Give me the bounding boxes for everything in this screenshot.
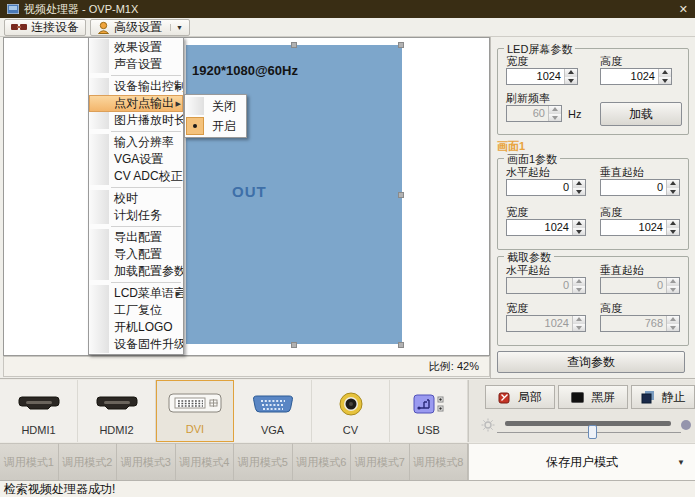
menu-item-15[interactable]: 导入配置 bbox=[89, 246, 183, 263]
menu-item-label: 输入分辨率 bbox=[109, 134, 174, 151]
pic-height-spinner[interactable]: 1024 bbox=[600, 219, 680, 236]
recall-mode-button-1[interactable]: 调用模式1 bbox=[0, 443, 59, 481]
menu-item-label: 效果设置 bbox=[109, 39, 162, 56]
connect-device-button[interactable]: 连接设备 bbox=[4, 19, 86, 36]
led-height-spinner[interactable]: 1024 bbox=[600, 68, 672, 85]
radio-selected-icon bbox=[186, 117, 204, 135]
menu-item-1[interactable]: 声音设置 bbox=[89, 56, 183, 73]
output-window-rect[interactable]: 1920*1080@60Hz OUT bbox=[186, 45, 402, 344]
resize-handle-top-right[interactable] bbox=[398, 42, 404, 48]
menu-item-7[interactable]: 输入分辨率 bbox=[89, 134, 183, 151]
pic-width-spinner[interactable]: 1024 bbox=[506, 219, 586, 236]
spinner-arrows-icon[interactable] bbox=[658, 69, 671, 84]
menu-item-14[interactable]: 导出配置 bbox=[89, 229, 183, 246]
recall-mode-button-6[interactable]: 调用模式6 bbox=[293, 443, 352, 481]
spinner-arrows-icon[interactable] bbox=[666, 220, 679, 235]
close-icon[interactable]: ✕ bbox=[679, 3, 688, 16]
save-user-mode-button[interactable]: 保存用户模式 ▼ bbox=[468, 443, 695, 481]
menu-item-21[interactable]: 设备固件升级 bbox=[89, 336, 183, 353]
recall-mode-button-5[interactable]: 调用模式5 bbox=[234, 443, 293, 481]
brightness-slider-thumb[interactable] bbox=[588, 425, 597, 439]
input-hdmi1[interactable]: HDMI1 bbox=[0, 380, 78, 442]
advanced-settings-button[interactable]: 高级设置 ▼ bbox=[90, 19, 190, 36]
input-dvi[interactable]: DVI bbox=[156, 380, 234, 442]
cap-vstart-spinner: 0 bbox=[600, 277, 680, 294]
spinner-arrows-icon[interactable] bbox=[572, 180, 585, 195]
chevron-down-icon[interactable]: ▼ bbox=[170, 24, 183, 31]
usb-icon bbox=[412, 389, 446, 419]
recall-mode-bar: 调用模式1调用模式2调用模式3调用模式4调用模式5调用模式6调用模式7调用模式8 bbox=[0, 443, 468, 481]
black-screen-button[interactable]: 黑屏 bbox=[558, 385, 628, 409]
submenu-item-on[interactable]: 开启 bbox=[186, 116, 245, 136]
menu-item-gutter bbox=[89, 285, 109, 302]
menu-item-5[interactable]: 图片播放时长 bbox=[89, 112, 183, 129]
refresh-rate-label: 刷新频率 bbox=[506, 91, 550, 106]
submenu-arrow-icon: ▶ bbox=[176, 83, 181, 91]
pic-height-label: 高度 bbox=[600, 205, 622, 220]
load-button[interactable]: 加载 bbox=[600, 102, 682, 126]
menu-item-gutter bbox=[89, 190, 109, 207]
partial-button[interactable]: 局部 bbox=[485, 385, 555, 409]
preview-canvas[interactable]: 1920*1080@60Hz OUT bbox=[3, 37, 490, 356]
advanced-settings-label: 高级设置 bbox=[114, 19, 162, 36]
menu-item-gutter bbox=[89, 246, 109, 263]
menu-item-0[interactable]: 效果设置 bbox=[89, 39, 183, 56]
recall-mode-button-3[interactable]: 调用模式3 bbox=[117, 443, 176, 481]
recall-mode-button-8[interactable]: 调用模式8 bbox=[410, 443, 469, 481]
spinner-arrows-icon[interactable] bbox=[666, 180, 679, 195]
cap-hstart-spinner: 0 bbox=[506, 277, 586, 294]
menu-item-label: 开机LOGO bbox=[109, 319, 173, 336]
menu-item-18[interactable]: LCD菜单语言▶ bbox=[89, 285, 183, 302]
black-screen-icon bbox=[571, 392, 584, 403]
menu-item-label: 导出配置 bbox=[109, 229, 162, 246]
input-source-bar: HDMI1 HDMI2 DVI VGA bbox=[0, 380, 468, 442]
spinner-arrows-icon[interactable] bbox=[572, 220, 585, 235]
submenu-item-off[interactable]: 关闭 bbox=[186, 96, 245, 116]
recall-mode-button-2[interactable]: 调用模式2 bbox=[59, 443, 118, 481]
led-screen-params-group: LED屏幕参数 宽度 高度 1024 1024 刷新频率 60 Hz 加载 bbox=[497, 48, 689, 135]
cap-height-spinner: 768 bbox=[600, 315, 680, 332]
brightness-high-icon bbox=[679, 418, 693, 436]
menu-item-3[interactable]: 设备输出控制▶ bbox=[89, 78, 183, 95]
input-cv[interactable]: CV bbox=[312, 380, 390, 442]
led-width-spinner[interactable]: 1024 bbox=[506, 68, 578, 85]
menu-item-4[interactable]: 点对点输出▶ bbox=[89, 95, 183, 112]
freeze-icon bbox=[641, 390, 655, 404]
window-title: 视频处理器 - OVP-M1X bbox=[24, 2, 138, 17]
resize-handle-bottom-right[interactable] bbox=[398, 342, 404, 348]
recall-mode-button-7[interactable]: 调用模式7 bbox=[351, 443, 410, 481]
spinner-arrows-icon bbox=[666, 316, 679, 331]
status-bar: 检索视频处理器成功! bbox=[0, 480, 695, 497]
freeze-button[interactable]: 静止 bbox=[631, 385, 695, 409]
input-usb[interactable]: USB bbox=[390, 380, 468, 442]
menu-item-label: LCD菜单语言 bbox=[109, 285, 183, 302]
hdmi-icon bbox=[95, 389, 139, 419]
hz-unit-label: Hz bbox=[568, 108, 581, 120]
spinner-arrows-icon[interactable] bbox=[564, 69, 577, 84]
cap-width-label: 宽度 bbox=[506, 301, 528, 316]
led-width-label: 宽度 bbox=[506, 54, 528, 69]
recall-mode-button-4[interactable]: 调用模式4 bbox=[176, 443, 235, 481]
scale-bar: 比例: 42% bbox=[3, 356, 490, 377]
input-vga[interactable]: VGA bbox=[234, 380, 312, 442]
query-params-button[interactable]: 查询参数 bbox=[497, 351, 685, 373]
pic-hstart-spinner[interactable]: 0 bbox=[506, 179, 586, 196]
menu-item-8[interactable]: VGA设置 bbox=[89, 151, 183, 168]
resize-handle-right-middle[interactable] bbox=[398, 192, 404, 198]
menu-item-16[interactable]: 加载配置参数 bbox=[89, 263, 183, 280]
menu-item-12[interactable]: 计划任务 bbox=[89, 207, 183, 224]
menu-item-20[interactable]: 开机LOGO bbox=[89, 319, 183, 336]
connect-device-label: 连接设备 bbox=[31, 19, 79, 36]
menu-item-19[interactable]: 工厂复位 bbox=[89, 302, 183, 319]
advanced-settings-menu: 效果设置声音设置设备输出控制▶点对点输出▶图片播放时长输入分辨率VGA设置CV … bbox=[88, 37, 184, 355]
led-height-label: 高度 bbox=[600, 54, 622, 69]
resize-handle-top-center[interactable] bbox=[291, 42, 297, 48]
chevron-down-icon[interactable]: ▼ bbox=[677, 458, 685, 467]
resize-handle-bottom-center[interactable] bbox=[291, 342, 297, 348]
input-hdmi2[interactable]: HDMI2 bbox=[78, 380, 156, 442]
menu-item-9[interactable]: CV ADC校正 bbox=[89, 168, 183, 185]
pic-vstart-spinner[interactable]: 0 bbox=[600, 179, 680, 196]
menu-item-11[interactable]: 校时 bbox=[89, 190, 183, 207]
out-label: OUT bbox=[232, 183, 267, 200]
cap-height-label: 高度 bbox=[600, 301, 622, 316]
